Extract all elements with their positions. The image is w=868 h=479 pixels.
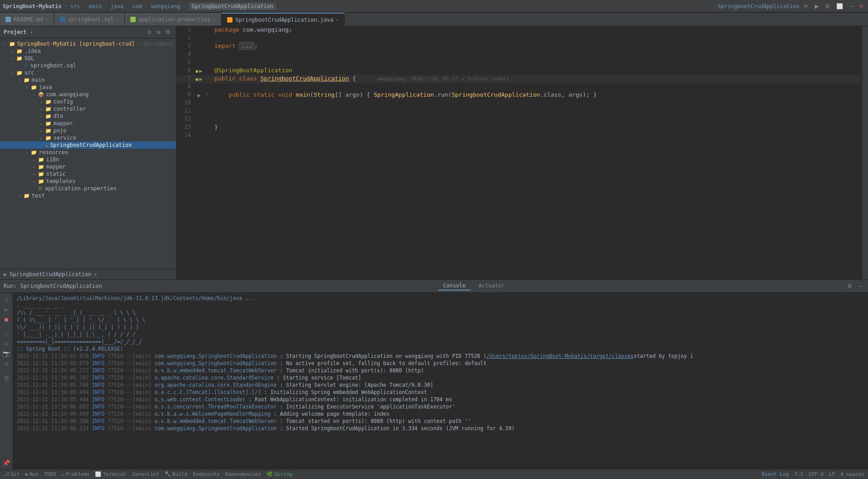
tree-item-static[interactable]: ▸ 📁 static [0, 170, 176, 178]
tab-sql-close[interactable]: ✕ [116, 17, 119, 22]
sync-button[interactable]: ⟳ [802, 2, 810, 10]
tree-item-templates[interactable]: ▸ 📁 templates [0, 178, 176, 185]
sidebar-collapse-btn[interactable]: ⊟ [146, 29, 153, 36]
log-date-0: 2021-12-31 11:34:03.676 [17, 353, 89, 359]
line-gutter-8 [194, 83, 204, 91]
console-output[interactable]: /Library/Java/JavaVirtualMachines/jdk-11… [13, 293, 868, 469]
bottom-close-btn[interactable]: – [858, 282, 864, 290]
tab-java-close[interactable]: ✕ [336, 17, 339, 22]
encoding-status[interactable]: UTF-8 [809, 471, 824, 477]
log-sep-5: --- [123, 389, 133, 395]
dependencies-status[interactable]: Dependencies [225, 471, 261, 477]
tree-item-service[interactable]: ▸ 📁 service [0, 134, 176, 141]
tree-item-sql-folder[interactable]: ▾ 📁 SQL [0, 55, 176, 62]
run-gutter-9[interactable]: ▶ [197, 92, 200, 99]
clear-icon[interactable]: 🗑 [2, 373, 11, 382]
settings2-icon[interactable]: ⚙ [2, 359, 11, 368]
tree-item-i18n[interactable]: ▸ 📁 i18n [0, 156, 176, 163]
screenshot-icon[interactable]: 📷 [2, 349, 11, 358]
tree-item-springboot-app[interactable]: ☕ SpringbootCrudApplication [0, 141, 176, 149]
tree-item-com-wangqiang[interactable]: ▾ 📦 com.wangqiang [0, 91, 176, 98]
restart-icon[interactable]: ↺ [2, 295, 11, 304]
run-app-close[interactable]: ✕ [94, 272, 97, 277]
tab-readme-close[interactable]: ✕ [46, 17, 48, 22]
maximize-button[interactable]: ⬜ [835, 2, 845, 10]
endpoints-status[interactable]: Endpoints [193, 471, 220, 477]
settings-button[interactable]: ⚙ [823, 2, 832, 10]
spring-banner-text4: \\/ ___)| |_)| | | | | || (_| | ) ) ) ) [17, 324, 139, 330]
log-msg-1: : No active profile set, falling back to… [277, 360, 487, 366]
spring-banner-text5: ' |____| .__|_| |_|_| |_\__, | / / / / [17, 331, 136, 338]
log-pid-1: 77520 [108, 360, 123, 366]
sonar-status[interactable]: SonarLint [132, 471, 159, 477]
tab-readme[interactable]: README.md ✕ [0, 13, 54, 26]
event-log-status[interactable]: Event Log [762, 471, 789, 477]
tree-item-root[interactable]: ▾ 📁 SpringBoot-Mybatis [springboot-crud]… [0, 40, 176, 47]
log-class-1: com.wangqiang.SpringbootCrudApplication [155, 360, 277, 366]
actuator-tab[interactable]: Actuator [474, 282, 509, 291]
terminal-status[interactable]: ⬜ Terminal [95, 471, 127, 477]
tree-item-pojo[interactable]: ▸ 📁 pojo [0, 127, 176, 134]
line-number-4: 4 [176, 51, 194, 59]
sidebar-settings-btn[interactable]: ⚙ [164, 28, 172, 36]
tree-item-dto[interactable]: ▸ 📁 dto [0, 113, 176, 120]
tree-label-test: test [32, 193, 45, 199]
log-pid-4: 77520 [108, 382, 123, 388]
tab-props-close[interactable]: ✕ [213, 17, 216, 22]
minimize-button[interactable]: – [848, 2, 854, 10]
run-gutter-6[interactable]: ▶ [199, 68, 202, 74]
sidebar-expand-btn[interactable]: ⊞ [155, 29, 162, 36]
event-log-label: Event Log [762, 471, 789, 477]
log-pid-3: 77520 [108, 375, 123, 381]
tree-item-config[interactable]: ▸ 📁 config [0, 98, 176, 105]
log-date-2: 2021-12-31 11:34:05.372 [17, 367, 89, 374]
tree-item-java[interactable]: ▾ 📁 java [0, 84, 176, 91]
tree-item-mapper[interactable]: ▸ 📁 mapper [0, 120, 176, 127]
tab-springboot-sql[interactable]: springboot.sql ✕ [54, 13, 125, 26]
tree-item-idea[interactable]: ▸ 📁 .idea [0, 47, 176, 55]
log-msg-3: : Starting service [Tomcat] [274, 375, 361, 381]
editor-content-area[interactable]: 1 package com.wangqiang; 2 3 import ...; [176, 26, 862, 279]
run-status[interactable]: ▶ Run [25, 471, 39, 477]
console-tab[interactable]: Console [438, 282, 470, 291]
log-date-3: 2021-12-31 11:34:05.387 [17, 375, 89, 381]
tree-item-mapper-res[interactable]: ▸ 📁 mapper [0, 163, 176, 170]
build-button[interactable]: ▶ [813, 2, 821, 10]
tree-item-resources[interactable]: ▾ 📁 resources [0, 149, 176, 156]
todo-status[interactable]: TODO [44, 471, 56, 477]
problems-status[interactable]: ⚠ Problems [62, 471, 90, 477]
log-entry-2: 2021-12-31 11:34:05.372 INFO 77520 --- [… [17, 367, 864, 374]
tree-item-main[interactable]: ▾ 📁 main [0, 76, 176, 84]
log-class-7: o.s.s.concurrent.ThreadPoolTaskExecutor [155, 404, 277, 410]
log-sep-3: --- [123, 375, 133, 381]
indent-status[interactable]: 4 spaces [840, 471, 864, 477]
build-status[interactable]: 🔨 Build [165, 471, 187, 477]
breadcrumb-src: src [70, 3, 80, 9]
scroll-end-icon[interactable]: ↓ [2, 329, 11, 338]
stop-icon[interactable]: ■ [2, 315, 11, 324]
spring-status[interactable]: 🌿 Spring [266, 471, 292, 477]
tree-item-controller[interactable]: ▸ 📁 controller [0, 105, 176, 113]
tree-item-springboot-sql[interactable]: 🗋 springboot.sql [0, 62, 176, 69]
tree-label-controller: controller [53, 106, 86, 112]
git-status[interactable]: ⎇ Git [4, 471, 20, 477]
line-sep-status[interactable]: LF [829, 471, 835, 477]
tree-item-app-props[interactable]: 🗋 application.properties [0, 185, 176, 192]
pin-icon[interactable]: 📌 [2, 458, 11, 467]
close-button[interactable]: ✕ [857, 2, 865, 10]
tab-application-properties[interactable]: application.properties ✕ [125, 13, 222, 26]
line-content-9: public static void main(String[] args) {… [211, 91, 862, 99]
log-level-1: INFO [89, 360, 108, 366]
log-link-0[interactable]: /Users/topjoy/SpringBoot-Mybatis/target/… [487, 353, 634, 359]
fold-icon[interactable]: ⊟ [2, 339, 11, 348]
line-gutter-12 [194, 116, 204, 124]
sidebar-project-dropdown[interactable]: ▾ [30, 29, 33, 35]
tab-springboot-crud-app[interactable]: SpringbootCrudApplication.java ✕ [222, 13, 345, 26]
tree-item-test[interactable]: ▸ 📁 test [0, 192, 176, 199]
tree-label-mapper-res: mapper [46, 164, 66, 170]
tree-item-src[interactable]: ▾ 📁 src [0, 69, 176, 76]
resume-icon[interactable]: ▶ [2, 305, 11, 314]
bottom-settings-btn[interactable]: ⚙ [845, 282, 854, 290]
log-level-6: INFO [89, 396, 108, 403]
run-gutter-7[interactable]: ▶ [199, 76, 202, 82]
